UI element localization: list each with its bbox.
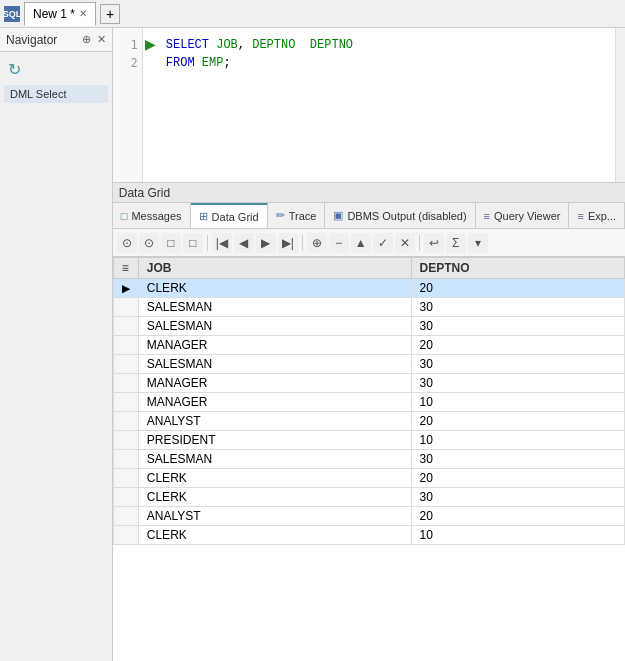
execute-arrow-icon[interactable]: ▶	[145, 36, 156, 52]
data-table-container[interactable]: ≡ JOB DEPTNO ▶ CLERK 20 SALESMAN 30 SALE…	[113, 257, 625, 661]
cell-job: MANAGER	[138, 336, 411, 355]
table-row[interactable]: ▶ CLERK 20	[113, 279, 624, 298]
data-table: ≡ JOB DEPTNO ▶ CLERK 20 SALESMAN 30 SALE…	[113, 257, 625, 545]
sql-line-2: FROM EMP;	[166, 54, 607, 72]
cell-job: MANAGER	[138, 393, 411, 412]
toolbar-btn-sum[interactable]: Σ	[446, 233, 466, 253]
table-row[interactable]: ANALYST 20	[113, 412, 624, 431]
toolbar-btn-first[interactable]: |◀	[212, 233, 232, 253]
toolbar-btn-remove[interactable]: −	[329, 233, 349, 253]
title-bar: SQL New 1 * ✕ +	[0, 0, 625, 28]
table-row[interactable]: MANAGER 20	[113, 336, 624, 355]
row-indicator	[113, 488, 138, 507]
table-row[interactable]: CLERK 30	[113, 488, 624, 507]
main-area: Navigator ⊕ ✕ ↻ DML Select 1 2 ▶ SELECT …	[0, 28, 625, 661]
cell-job: CLERK	[138, 279, 411, 298]
table-row[interactable]: MANAGER 30	[113, 374, 624, 393]
col-header-job[interactable]: JOB	[138, 258, 411, 279]
cell-deptno: 10	[411, 526, 624, 545]
toolbar-btn-grid2[interactable]: □	[183, 233, 203, 253]
table-row[interactable]: SALESMAN 30	[113, 298, 624, 317]
row-indicator	[113, 374, 138, 393]
col-header-indicator: ≡	[113, 258, 138, 279]
cell-deptno: 30	[411, 374, 624, 393]
table-row[interactable]: ANALYST 20	[113, 507, 624, 526]
sql-line-1: SELECT JOB, DEPTNO DEPTNO	[166, 36, 607, 54]
cell-job: PRESIDENT	[138, 431, 411, 450]
right-panel: 1 2 ▶ SELECT JOB, DEPTNO DEPTNO FROM EMP…	[113, 28, 625, 661]
cell-deptno: 20	[411, 336, 624, 355]
row-indicator	[113, 298, 138, 317]
cell-deptno: 10	[411, 393, 624, 412]
toolbar-btn-up[interactable]: ▲	[351, 233, 371, 253]
cell-deptno: 30	[411, 317, 624, 336]
cell-deptno: 30	[411, 298, 624, 317]
app-icon: SQL	[4, 6, 20, 22]
cell-deptno: 20	[411, 507, 624, 526]
results-area: Data Grid □ Messages ⊞ Data Grid ✏ Trace…	[113, 183, 625, 661]
table-row[interactable]: MANAGER 10	[113, 393, 624, 412]
table-row[interactable]: CLERK 10	[113, 526, 624, 545]
toolbar-btn-add[interactable]: ⊕	[307, 233, 327, 253]
table-row[interactable]: PRESIDENT 10	[113, 431, 624, 450]
toolbar-btn-copy1[interactable]: ⊙	[117, 233, 137, 253]
toolbar-btn-next[interactable]: ▶	[256, 233, 276, 253]
tab-close-button[interactable]: ✕	[79, 8, 87, 19]
table-row[interactable]: CLERK 20	[113, 469, 624, 488]
table-row[interactable]: SALESMAN 30	[113, 317, 624, 336]
pin-icon[interactable]: ⊕	[82, 33, 91, 46]
tab-query-viewer[interactable]: ≡ Query Viewer	[476, 203, 570, 229]
toolbar-btn-last[interactable]: ▶|	[278, 233, 298, 253]
cell-deptno: 20	[411, 279, 624, 298]
result-tab-bar: □ Messages ⊞ Data Grid ✏ Trace ▣ DBMS Ou…	[113, 203, 625, 229]
cell-job: ANALYST	[138, 507, 411, 526]
row-indicator	[113, 526, 138, 545]
toolbar-btn-cancel[interactable]: ✕	[395, 233, 415, 253]
toolbar-btn-copy2[interactable]: ⊙	[139, 233, 159, 253]
cell-deptno: 20	[411, 412, 624, 431]
cell-job: SALESMAN	[138, 450, 411, 469]
tab-trace[interactable]: ✏ Trace	[268, 203, 326, 229]
table-row[interactable]: SALESMAN 30	[113, 355, 624, 374]
new-tab-button[interactable]: +	[100, 4, 120, 24]
cell-deptno: 30	[411, 488, 624, 507]
tab-explain[interactable]: ≡ Exp...	[569, 203, 625, 229]
close-panel-icon[interactable]: ✕	[97, 33, 106, 46]
line-numbers: 1 2	[113, 28, 143, 182]
tab-messages[interactable]: □ Messages	[113, 203, 191, 229]
toolbar-btn-undo[interactable]: ↩	[424, 233, 444, 253]
data-grid-label: Data Grid	[113, 183, 625, 203]
tab-data-grid[interactable]: ⊞ Data Grid	[191, 203, 268, 229]
row-indicator	[113, 393, 138, 412]
row-indicator	[113, 469, 138, 488]
tab-dbms-output[interactable]: ▣ DBMS Output (disabled)	[325, 203, 475, 229]
refresh-icon[interactable]: ↻	[4, 56, 108, 83]
sql-content[interactable]: SELECT JOB, DEPTNO DEPTNO FROM EMP;	[158, 28, 615, 182]
toolbar-btn-grid1[interactable]: □	[161, 233, 181, 253]
sql-editor[interactable]: 1 2 ▶ SELECT JOB, DEPTNO DEPTNO FROM EMP…	[113, 28, 625, 183]
row-indicator	[113, 317, 138, 336]
row-indicator: ▶	[113, 279, 138, 298]
navigator-title: Navigator	[6, 33, 57, 47]
toolbar-btn-prev[interactable]: ◀	[234, 233, 254, 253]
cell-job: CLERK	[138, 488, 411, 507]
cell-deptno: 10	[411, 431, 624, 450]
cell-deptno: 20	[411, 469, 624, 488]
toolbar-separator-2	[302, 235, 303, 251]
table-row[interactable]: SALESMAN 30	[113, 450, 624, 469]
active-tab[interactable]: New 1 * ✕	[24, 2, 96, 26]
cell-job: CLERK	[138, 469, 411, 488]
horizontal-scroll[interactable]	[615, 28, 625, 182]
tree-item-dml-select[interactable]: DML Select	[4, 85, 108, 103]
toolbar-btn-confirm[interactable]: ✓	[373, 233, 393, 253]
data-grid-toolbar: ⊙ ⊙ □ □ |◀ ◀ ▶ ▶| ⊕ − ▲ ✓ ✕ ↩ Σ ▾	[113, 229, 625, 257]
navigator-content: ↻ DML Select	[0, 52, 112, 661]
toolbar-separator-3	[419, 235, 420, 251]
row-indicator	[113, 450, 138, 469]
row-indicator	[113, 355, 138, 374]
col-header-deptno[interactable]: DEPTNO	[411, 258, 624, 279]
cell-deptno: 30	[411, 355, 624, 374]
toolbar-btn-dropdown[interactable]: ▾	[468, 233, 488, 253]
navigator-header: Navigator ⊕ ✕	[0, 28, 112, 52]
run-arrow[interactable]: ▶	[143, 28, 158, 182]
